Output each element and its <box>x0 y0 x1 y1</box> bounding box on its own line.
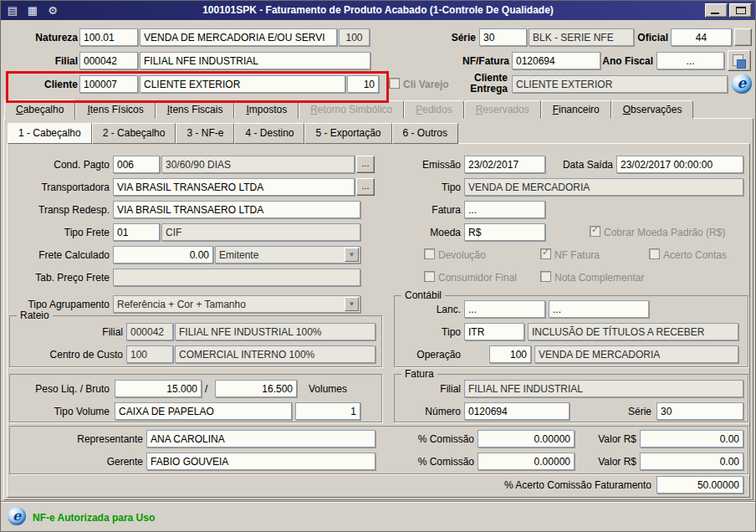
cliente-loja-field[interactable]: 10 <box>347 75 379 93</box>
natureza-desc-field: VENDA DE MERCADORIA E/OU SERVI <box>140 28 337 46</box>
cliente-desc-field: CLIENTE EXTERIOR <box>140 75 345 93</box>
globe-letter: e <box>8 507 26 525</box>
gerente-label: Gerente <box>18 456 143 468</box>
fatura-numero-field[interactable]: 0120694 <box>464 402 570 420</box>
serie-code-field[interactable]: 30 <box>479 28 527 46</box>
tab-reservados: Reservados <box>464 100 541 119</box>
gerente-pct-field[interactable]: 0.00000 <box>478 453 575 470</box>
frete-calculado-label: Frete Calculado <box>8 249 110 261</box>
filial-code-field[interactable]: 000042 <box>79 52 138 69</box>
tipo-frete-code-field[interactable]: 01 <box>113 223 160 241</box>
chevron-down-icon: ▼ <box>345 248 359 262</box>
chevron-down-icon: ▼ <box>345 297 359 311</box>
statusbar-divider <box>1 501 755 503</box>
transportadora-field[interactable]: VIA BRASIL TRANSAERO LTDA <box>113 178 355 196</box>
gerente-field[interactable]: FABIO GOUVEIA <box>146 453 375 470</box>
data-saida-field[interactable]: 23/02/2017 00:00:00 <box>616 156 743 173</box>
cliente-code-field[interactable]: 100007 <box>79 75 138 93</box>
nota-complementar-label: Nota Complementar <box>554 272 672 284</box>
serie-label: Série <box>417 32 476 43</box>
contabil-tipo-code-field[interactable]: ITR <box>464 323 524 340</box>
volumes-label: Volumes <box>309 383 367 395</box>
gerente-valor-field[interactable]: 0.00 <box>640 453 743 470</box>
fatura-serie-field[interactable]: 30 <box>656 402 743 420</box>
operacao-code-field[interactable]: 100 <box>489 345 531 363</box>
subtab-4-destino[interactable]: 4 - Destino <box>234 123 304 144</box>
globe-icon[interactable]: e <box>732 74 752 94</box>
ano-fiscal-lookup-button[interactable] <box>728 50 751 71</box>
natureza-extra-field: 100 <box>339 28 370 46</box>
fatura-field[interactable]: ... <box>464 201 545 218</box>
cobrar-moeda-checkbox <box>590 226 600 237</box>
tab-itens-fisicos[interactable]: Itens Físicos <box>75 100 155 119</box>
serie-lookup-button[interactable] <box>734 28 752 46</box>
rateio-filial-desc-field: FILIAL NFE INDUSTRIAL 100% <box>175 323 375 340</box>
tipo-field: VENDA DE MERCADORIA <box>464 178 743 196</box>
contabil-tipo-desc-field: INCLUSÃO DE TÍTULOS A RECEBER <box>528 323 738 340</box>
subtab-2-cabecalho[interactable]: 2 - Cabeçalho <box>92 123 176 144</box>
tipo-label: Tipo <box>369 182 461 193</box>
natureza-code-field[interactable]: 100.01 <box>79 28 138 46</box>
contabil-group-title: Contábil <box>401 289 445 301</box>
tab-observacoes[interactable]: Observações <box>611 100 694 119</box>
fatura-filial-field: FILIAL NFE INDUSTRIAL <box>464 380 743 397</box>
cli-varejo-checkbox <box>389 78 400 89</box>
globe-letter: e <box>732 74 752 94</box>
rateio-group-title: Rateio <box>17 309 53 321</box>
emissao-field[interactable]: 23/02/2017 <box>464 156 545 173</box>
transp-redesp-field[interactable]: VIA BRASIL TRANSAERO LTDA <box>113 201 360 218</box>
subtab-6-outros[interactable]: 6 - Outros <box>392 123 458 144</box>
minimize-button[interactable] <box>705 3 728 18</box>
lanc-label: Lanc. <box>369 304 461 315</box>
subtab-1-cabecalho[interactable]: 1 - Cabeçalho <box>8 123 92 144</box>
tipo-frete-label: Tipo Frete <box>8 227 110 238</box>
gerente-valor-label: Valor R$ <box>585 456 636 468</box>
peso-liquido-field[interactable]: 15.000 <box>115 380 202 397</box>
representante-pct-label: % Comissão <box>402 433 474 445</box>
status-message: NF-e Autorizada para Uso <box>33 512 155 524</box>
tab-itens-fiscais[interactable]: Itens Fiscais <box>156 100 235 119</box>
ano-fiscal-field[interactable]: ... <box>656 52 724 69</box>
nfe-globe-icon: e <box>8 507 26 525</box>
subtab-5-exportacao[interactable]: 5 - Exportação <box>304 123 391 144</box>
lanc-field-1[interactable]: ... <box>464 300 545 318</box>
frete-calculado-field[interactable]: 0.00 <box>113 246 213 263</box>
cond-pagto-desc-field: 30/60/90 DIAS <box>161 156 355 173</box>
representante-pct-field[interactable]: 0.00000 <box>478 430 575 448</box>
tipo-agrupamento-label: Tipo Agrupamento <box>8 299 110 310</box>
emissao-label: Emissão <box>369 159 461 171</box>
acerto-comissao-field[interactable]: 50.00000 <box>656 476 743 494</box>
lanc-field-2[interactable]: ... <box>549 300 649 318</box>
representante-valor-label: Valor R$ <box>585 433 636 445</box>
cliente-entrega-label-line2: Entrega <box>447 84 508 95</box>
tab-retorno-simbolico: Retorno Simbólico <box>299 100 404 119</box>
cond-pagto-label: Cond. Pagto <box>8 159 110 171</box>
tipo-volume-label: Tipo Volume <box>8 406 110 417</box>
oficial-field[interactable]: 44 <box>671 28 732 46</box>
tab-impostos[interactable]: Impostos <box>234 100 299 119</box>
cond-pagto-code-field[interactable]: 006 <box>113 156 160 173</box>
representante-valor-field[interactable]: 0.00 <box>640 430 743 448</box>
tab-financeiro[interactable]: Financeiro <box>541 100 611 119</box>
operacao-label: Operação <box>369 349 461 361</box>
representante-field[interactable]: ANA CAROLINA <box>146 430 375 448</box>
subtab-3-nfe[interactable]: 3 - NF-e <box>176 123 234 144</box>
moeda-field[interactable]: R$ <box>464 223 545 241</box>
transp-redesp-label: Transp Redesp. <box>8 204 110 216</box>
app-window: ▤ ▦ ⚙ 100101SPK - Faturamento de Produto… <box>0 0 756 532</box>
rateio-filial-code-field: 000042 <box>126 323 173 340</box>
volumes-field[interactable]: 1 <box>295 402 360 420</box>
nf-fatura-checkbox <box>540 248 551 259</box>
peso-bruto-field[interactable]: 16.500 <box>215 380 297 397</box>
tab-cabecalho[interactable]: Cabeçalho <box>4 100 75 120</box>
tipo-volume-field[interactable]: CAIXA DE PAPELAO <box>115 402 292 420</box>
consumidor-final-checkbox <box>424 271 435 282</box>
filial-label: Filial <box>8 55 78 67</box>
filial-desc-field: FILIAL NFE INDUSTRIAL <box>140 52 370 69</box>
nf-fatura-field[interactable]: 0120694 <box>512 52 600 69</box>
devolucao-label: Devolução <box>438 249 518 261</box>
maximize-button[interactable] <box>729 3 752 18</box>
fatura-numero-label: Número <box>369 406 461 417</box>
titlebar: ▤ ▦ ⚙ 100101SPK - Faturamento de Produto… <box>1 1 755 20</box>
contabil-tipo-label: Tipo <box>369 326 461 338</box>
